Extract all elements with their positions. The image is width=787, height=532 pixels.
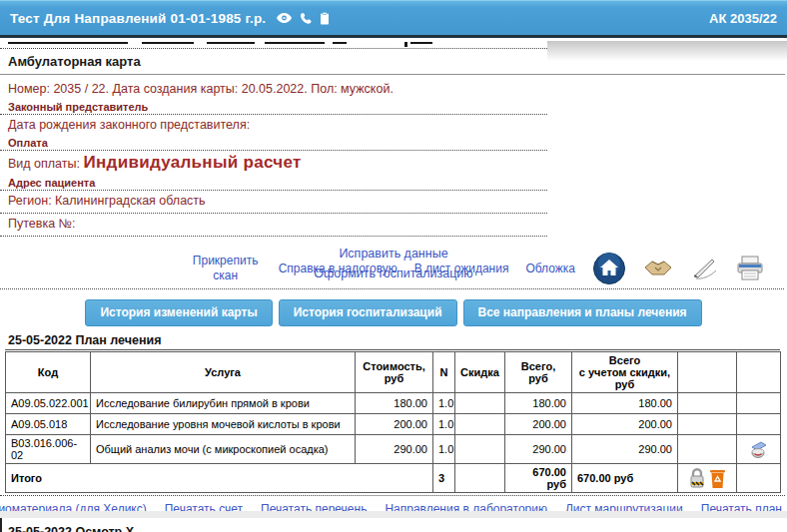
- totals-n: 3: [433, 464, 455, 493]
- card-title: Амбулаторная карта: [0, 49, 787, 72]
- col-total: Всего, руб: [505, 352, 572, 393]
- patient-title: Тест Для Направлений 01-01-1985 г.р.: [10, 11, 266, 26]
- cell-code: A09.05.018: [6, 414, 91, 435]
- clipped-text-row: [8, 42, 432, 47]
- table-row: A09.05.018 Исследование уровня мочевой к…: [6, 414, 781, 435]
- history-hospitalizations-button[interactable]: История госпитализаций: [279, 299, 457, 326]
- region-line: Регион: Калининградская область: [0, 191, 547, 214]
- clipboard-icon[interactable]: [320, 12, 330, 25]
- cell-code: B03.016.006-02: [6, 435, 91, 464]
- cell-discount: [455, 393, 505, 414]
- cell-empty: [678, 393, 737, 414]
- address-label: Адрес пациента: [0, 175, 547, 191]
- cell-total-discount: 180.00: [572, 393, 678, 414]
- plan-title: 25-05-2022 План лечения: [8, 333, 161, 347]
- cell-total: 200.00: [505, 414, 572, 435]
- cell-empty: [678, 435, 737, 464]
- totals-actions-cell: [678, 464, 737, 493]
- totals-row: Итого 3 670.00 руб 670.00 руб: [6, 464, 781, 493]
- history-changes-button[interactable]: История изменений карты: [85, 299, 272, 326]
- cell-price: 290.00: [356, 435, 433, 464]
- phone-icon[interactable]: [300, 12, 313, 25]
- patient-header-bar: Тест Для Направлений 01-01-1985 г.р. АК …: [0, 0, 787, 38]
- cover-link[interactable]: Обложка: [525, 262, 575, 275]
- col-code: Код: [6, 352, 91, 393]
- footer-divider: [0, 495, 785, 496]
- waiting-list-link[interactable]: В лист ожидания: [414, 262, 509, 275]
- cell-n: 1.0: [433, 435, 455, 464]
- plan-header-row: Код Услуга Стоимость, руб N Скидка Всего…: [6, 352, 781, 393]
- orange-bin-icon[interactable]: [709, 467, 726, 489]
- printer-icon[interactable]: [735, 256, 765, 281]
- col-price: Стоимость, руб: [356, 352, 433, 393]
- card-summary: Номер: 2035 / 22. Дата создания карты: 2…: [0, 75, 787, 99]
- col-actions-1: [678, 352, 737, 393]
- biomaterial-container-icon[interactable]: [737, 435, 781, 464]
- cell-empty: [737, 414, 781, 435]
- cell-n: 1.0: [433, 393, 455, 414]
- totals-label: Итого: [6, 464, 433, 493]
- all-directions-button[interactable]: Все направления и планы лечения: [463, 299, 702, 326]
- card-number-badge: АК 2035/22: [709, 11, 777, 26]
- section-gap: [0, 511, 787, 518]
- col-total-discount: Всего с учетом скидки, руб: [572, 352, 678, 393]
- cell-empty: [737, 393, 781, 414]
- legal-rep-label: Законный представитель: [0, 99, 547, 115]
- next-section-clipped: 25-05-2022 Осмотр Х: [0, 518, 787, 532]
- eye-icon[interactable]: [276, 12, 293, 24]
- col-service: Услуга: [91, 352, 356, 393]
- cell-total-discount: 290.00: [572, 435, 678, 464]
- home-icon[interactable]: [592, 252, 626, 285]
- cell-total: 290.00: [505, 435, 572, 464]
- cell-service: Общий анализ мочи (с микроскопией осадка…: [91, 435, 356, 464]
- attach-scan-link[interactable]: Прикрепить скан: [190, 254, 262, 283]
- page: Тест Для Направлений 01-01-1985 г.р. АК …: [0, 0, 787, 532]
- payment-label: Оплата: [0, 135, 547, 151]
- totals-discount: [455, 464, 505, 493]
- cell-service: Исследование билирубин прямой в крови: [91, 393, 356, 414]
- pen-icon[interactable]: [690, 257, 718, 280]
- payment-type-value: Индивидуальный расчет: [83, 153, 301, 172]
- lock-icon[interactable]: [689, 467, 705, 489]
- col-n: N: [433, 352, 455, 393]
- cell-total-discount: 200.00: [572, 414, 678, 435]
- table-row: B03.016.006-02 Общий анализ мочи (с микр…: [6, 435, 781, 464]
- section-divider: [0, 288, 784, 289]
- history-buttons-row: История изменений карты История госпитал…: [0, 299, 787, 326]
- cell-price: 200.00: [356, 414, 433, 435]
- col-actions-2: [737, 352, 781, 393]
- action-icons-row: Прикрепить скан Справка в налоговую В ли…: [0, 252, 765, 285]
- plan-table-wrap: Код Услуга Стоимость, руб N Скидка Всего…: [5, 349, 780, 493]
- payment-type-label: Вид оплаты:: [8, 157, 80, 171]
- totals-sum: 670.00 руб: [505, 464, 572, 493]
- next-section-title: 25-05-2022 Осмотр Х: [8, 525, 787, 532]
- plan-table: Код Услуга Стоимость, руб N Скидка Всего…: [5, 351, 781, 493]
- voucher-line: Путевка №:: [0, 214, 547, 237]
- cell-code: A09.05.022.001: [6, 393, 91, 414]
- cell-service: Исследование уровня мочевой кислоты в кр…: [91, 414, 356, 435]
- cell-price: 180.00: [356, 393, 433, 414]
- cell-discount: [455, 414, 505, 435]
- cell-n: 1.0: [433, 414, 455, 435]
- legal-rep-birth: Дата рождения законного представителя:: [0, 115, 787, 135]
- cell-discount: [455, 435, 505, 464]
- table-row: A09.05.022.001 Исследование билирубин пр…: [6, 393, 781, 414]
- col-discount: Скидка: [455, 352, 505, 393]
- cell-empty: [737, 464, 781, 493]
- handshake-icon[interactable]: [643, 258, 673, 279]
- payment-type-line: Вид оплаты: Индивидуальный расчет: [0, 151, 787, 175]
- tax-certificate-link[interactable]: Справка в налоговую: [279, 262, 397, 275]
- cell-total: 180.00: [505, 393, 572, 414]
- totals-sum-discount: 670.00 руб: [572, 464, 678, 493]
- cell-empty: [678, 414, 737, 435]
